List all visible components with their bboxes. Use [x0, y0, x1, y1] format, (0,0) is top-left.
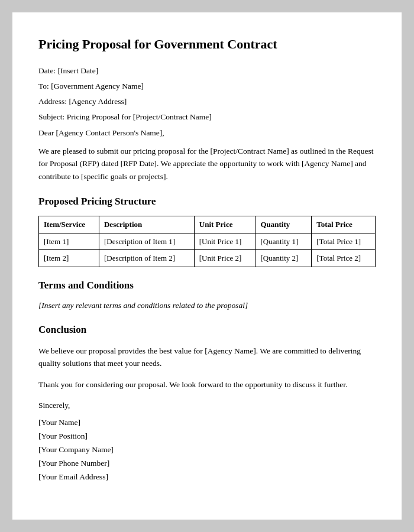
address-line: Address: [Agency Address]: [38, 96, 376, 108]
to-value: [Government Agency Name]: [51, 82, 144, 90]
pricing-section-heading: Proposed Pricing Structure: [38, 194, 376, 209]
cell-r1-c2: [Unit Price 2]: [194, 250, 255, 267]
signature-line-2: [Your Company Name]: [38, 443, 376, 457]
table-row: [Item 1][Description of Item 1][Unit Pri…: [39, 233, 376, 250]
terms-section-heading: Terms and Conditions: [38, 278, 376, 293]
cell-r1-c4: [Total Price 2]: [312, 250, 376, 267]
subject-label: Subject:: [38, 112, 64, 121]
col-item-service: Item/Service: [39, 216, 99, 233]
address-label: Address:: [38, 97, 67, 106]
to-label: To:: [38, 82, 49, 90]
conclusion-section-heading: Conclusion: [38, 322, 376, 338]
signature-line-4: [Your Email Address]: [38, 471, 376, 484]
signature-line-0: [Your Name]: [38, 416, 376, 430]
table-row: [Item 2][Description of Item 2][Unit Pri…: [39, 250, 376, 267]
cell-r0-c3: [Quantity 1]: [255, 233, 312, 250]
col-quantity: Quantity: [255, 216, 312, 233]
terms-text: [Insert any relevant terms and condition…: [38, 300, 376, 312]
col-total-price: Total Price: [312, 216, 376, 233]
signature-block: [Your Name][Your Position][Your Company …: [38, 416, 376, 484]
document-title: Pricing Proposal for Government Contract: [38, 36, 376, 53]
address-value: [Agency Address]: [69, 97, 127, 106]
cell-r1-c3: [Quantity 2]: [255, 250, 312, 267]
cell-r1-c0: [Item 2]: [39, 250, 99, 267]
col-unit-price: Unit Price: [194, 216, 255, 233]
table-header-row: Item/Service Description Unit Price Quan…: [39, 216, 376, 233]
pricing-table: Item/Service Description Unit Price Quan…: [38, 216, 376, 267]
date-line: Date: [Insert Date]: [38, 65, 376, 77]
date-label: Date:: [38, 66, 56, 75]
subject-line: Subject: Pricing Proposal for [Project/C…: [38, 111, 376, 123]
subject-value: Pricing Proposal for [Project/Contract N…: [67, 112, 212, 121]
signature-line-1: [Your Position]: [38, 430, 376, 443]
cell-r0-c0: [Item 1]: [39, 233, 99, 250]
cell-r0-c2: [Unit Price 1]: [194, 233, 255, 250]
salutation: Dear [Agency Contact Person's Name],: [38, 127, 376, 139]
document-container: Pricing Proposal for Government Contract…: [12, 12, 402, 520]
cell-r0-c4: [Total Price 1]: [312, 233, 376, 250]
cell-r0-c1: [Description of Item 1]: [99, 233, 194, 250]
cell-r1-c1: [Description of Item 2]: [99, 250, 194, 267]
conclusion-para-2: Thank you for considering our proposal. …: [38, 378, 376, 391]
conclusion-para-1: We believe our proposal provides the bes…: [38, 345, 376, 370]
intro-paragraph: We are pleased to submit our pricing pro…: [38, 145, 376, 183]
closing-sincerely: Sincerely,: [38, 400, 376, 411]
signature-line-3: [Your Phone Number]: [38, 457, 376, 471]
col-description: Description: [99, 216, 194, 233]
to-line: To: [Government Agency Name]: [38, 80, 376, 92]
date-value: [Insert Date]: [58, 66, 99, 75]
